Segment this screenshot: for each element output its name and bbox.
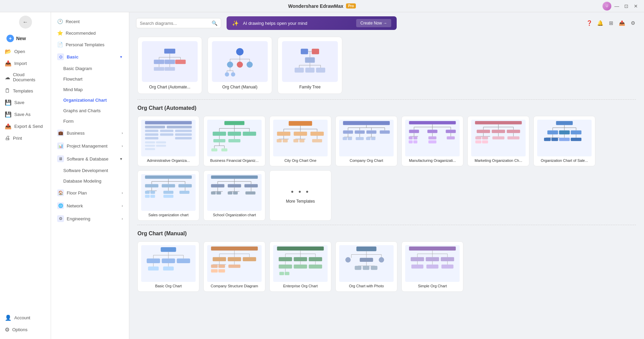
svg-rect-286 [426,265,438,269]
svg-rect-103 [355,130,365,134]
svg-rect-200 [244,184,258,187]
cat-subitem-graphs[interactable]: Graphs and Charts [51,105,129,116]
open-icon: 📂 [5,48,12,55]
cat-subitem-software-dev[interactable]: Software Development [51,165,129,176]
card-family-tree[interactable]: Family Tree [278,37,342,94]
svg-rect-237 [211,269,218,273]
sidebar-item-templates[interactable]: 🗒 Templates [0,85,51,97]
svg-rect-204 [216,191,221,194]
cat-subitem-flowchart[interactable]: Flowchart [51,74,129,84]
svg-rect-7 [165,60,175,64]
help-icon[interactable]: ❓ [585,19,594,28]
cat-section-business[interactable]: 💼 Business › [51,126,129,139]
restore-button[interactable]: ⊡ [622,2,630,10]
cat-section-software[interactable]: 🖥 Software & Database ▼ [51,152,129,165]
svg-rect-39 [306,68,315,72]
template-city-org[interactable]: City Org Chart One [269,116,331,166]
cat-subitem-database[interactable]: Database Modeling [51,176,129,186]
svg-rect-211 [161,247,176,252]
cat-section-basic[interactable]: ◇ Basic ▼ [51,50,129,63]
project-icon: 📊 [57,142,64,149]
card-org-auto[interactable]: Org Chart (Automate... [137,37,202,94]
share-icon[interactable]: 📤 [617,19,626,28]
svg-rect-147 [475,136,481,139]
svg-rect-124 [446,130,456,133]
business-chevron-icon: › [122,131,123,135]
sidebar-item-export[interactable]: 📤 Export & Send [0,120,51,132]
section-divider-2 [137,225,636,225]
template-admin-org[interactable]: Administrative Organiza... [137,116,199,166]
svg-rect-65 [243,132,256,136]
card-org-manual[interactable]: Org Chart (Manual) [208,37,272,94]
template-manufacturing[interactable]: Manufacturing Oraganizati... [401,116,463,166]
template-manual-3[interactable]: Enterprise Org Chart [269,241,331,292]
svg-rect-251 [279,265,292,269]
cat-section-floor[interactable]: 🏠 Floor Plan › [51,186,129,199]
template-manual-4[interactable]: Org Chart with Photo [335,241,397,292]
svg-rect-231 [228,257,241,261]
svg-rect-52 [145,141,155,143]
svg-rect-172 [145,175,192,179]
close-button[interactable]: ✕ [632,2,640,10]
svg-rect-122 [409,130,419,133]
new-button[interactable]: + New [2,33,48,44]
cat-subitem-mindmap[interactable]: Mind Map [51,84,129,95]
sidebar-item-options[interactable]: ⚙ Options [0,324,51,336]
template-manual-5[interactable]: Simple Org Chart [401,241,463,292]
template-label-company-org: Company Org Chart [339,158,394,163]
sidebar-item-open[interactable]: 📂 Open [0,46,51,57]
cat-item-recent[interactable]: 🕐 Recent [51,16,129,27]
svg-rect-230 [213,257,226,261]
template-marketing-org[interactable]: Marketing Organization Ch... [467,116,529,166]
svg-rect-282 [441,257,454,261]
svg-point-267 [345,257,351,262]
template-manual-2[interactable]: Company Structure Diagram [203,241,265,292]
template-org-sales[interactable]: Organization Chart of Sale... [533,116,595,166]
avatar[interactable]: U [602,2,611,11]
new-label: New [16,36,26,41]
svg-rect-253 [294,265,307,269]
svg-rect-241 [277,247,324,251]
sidebar-item-account[interactable]: 👤 Account [0,312,51,324]
svg-rect-167 [551,138,558,141]
svg-rect-284 [411,265,423,269]
search-input[interactable] [140,21,210,26]
cat-section-network[interactable]: 🌐 Network › [51,199,129,212]
notification-icon[interactable]: 🔔 [596,19,605,28]
svg-rect-236 [218,265,225,268]
svg-rect-82 [277,132,290,136]
card-label-org-manual: Org Chart (Manual) [212,85,268,89]
sidebar-item-print[interactable]: 🖨 Print [0,132,51,144]
svg-rect-143 [492,130,505,133]
minimize-button[interactable]: — [613,2,621,10]
svg-rect-32 [305,57,315,63]
svg-rect-48 [160,133,173,136]
cat-subitem-basic-diagram[interactable]: Basic Diagram [51,63,129,74]
cat-section-engineering[interactable]: ⚙ Engineering › [51,212,129,225]
cat-subitem-form[interactable]: Form [51,116,129,126]
cat-item-recommended[interactable]: ⭐ Recommended [51,27,129,39]
sidebar-item-import[interactable]: 📥 Import [0,57,51,69]
template-more[interactable]: • • • More Templates [269,170,331,221]
svg-rect-95 [343,121,390,125]
ai-create-button[interactable]: Create Now → [356,19,391,27]
sidebar-item-cloud[interactable]: ☁ Cloud Documents [0,69,51,85]
sidebar-item-save[interactable]: 💾 Save [0,97,51,108]
svg-rect-94 [312,139,322,142]
svg-rect-87 [277,139,282,142]
svg-point-21 [247,62,253,68]
back-button[interactable]: ← [19,16,32,29]
template-school-org[interactable]: School Organization chart [203,170,265,221]
cat-section-project[interactable]: 📊 Project Management › [51,139,129,152]
sidebar-item-saveas[interactable]: 💾 Save As [0,108,51,120]
template-sales-org[interactable]: Sales organization chart [137,170,199,221]
grid-icon[interactable]: ⊞ [607,19,615,28]
cat-item-personal[interactable]: 📄 Personal Templates [51,39,129,50]
search-bar: 🔍 [136,18,221,28]
settings-icon[interactable]: ⚙ [628,19,637,28]
template-manual-1[interactable]: Basic Org Chart [137,241,199,292]
business-icon: 💼 [57,130,64,136]
template-biz-financial[interactable]: Business Financial Organiz... [203,116,265,166]
template-company-org[interactable]: Company Org Chart [335,116,397,166]
cat-subitem-org-chart[interactable]: Organizational Chart [51,95,129,105]
